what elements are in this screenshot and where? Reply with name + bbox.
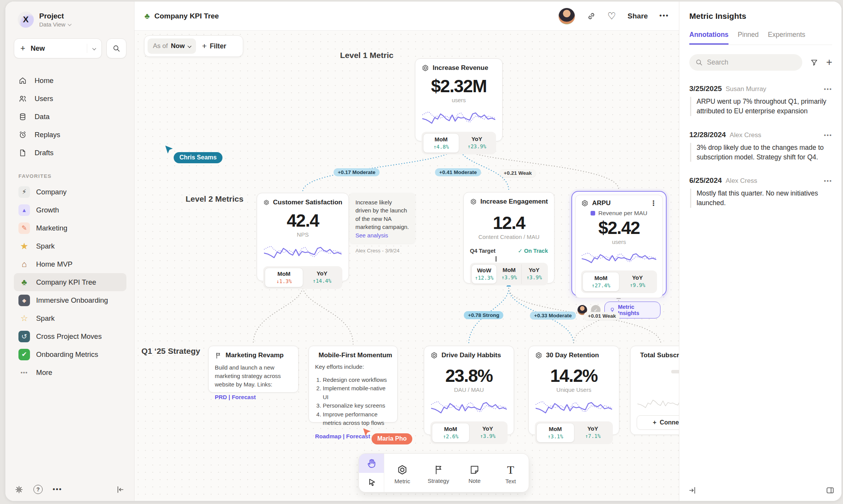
hand-tool-button[interactable] bbox=[359, 454, 384, 473]
annotation-more-icon[interactable]: ••• bbox=[824, 132, 832, 138]
metric-card-total-subscriptions[interactable]: Total Subscriptions + Connect bbox=[630, 346, 679, 435]
strategy-links[interactable]: PRD | Forecast bbox=[215, 394, 292, 400]
board-title: ♣ Company KPI Tree bbox=[144, 12, 219, 21]
annotations-search bbox=[689, 54, 802, 71]
see-analysis-link[interactable]: See analysis bbox=[355, 231, 409, 239]
house-icon: ⌂ bbox=[18, 259, 30, 270]
sidebar-item-drafts[interactable]: Drafts bbox=[14, 144, 126, 162]
metric-card-customer-satisfaction[interactable]: Customer Satisfaction 42.4 NPS MoM↓1.3% … bbox=[257, 193, 349, 281]
as-of-selector[interactable]: As of Now bbox=[148, 38, 196, 54]
copy-link-icon[interactable] bbox=[587, 12, 596, 21]
project-logo: X bbox=[18, 12, 34, 28]
note-tool-button[interactable]: Note bbox=[456, 454, 493, 492]
replay-clock-icon bbox=[18, 131, 27, 139]
plus-icon: + bbox=[20, 43, 25, 53]
check-box-icon: ✔ bbox=[18, 349, 30, 360]
tab-experiments[interactable]: Experiments bbox=[768, 31, 805, 45]
database-icon bbox=[18, 113, 27, 121]
top-bar: ♣ Company KPI Tree ♡ Share ••• bbox=[134, 2, 679, 31]
collapse-panel-icon[interactable] bbox=[688, 486, 697, 495]
help-icon[interactable]: ? bbox=[33, 485, 43, 494]
metric-card-increase-revenue[interactable]: Increase Revenue $2.32M users MoM↑4.8% Y… bbox=[415, 58, 503, 141]
new-button[interactable]: + New bbox=[14, 38, 102, 58]
metric-value: 23.8% bbox=[430, 365, 508, 386]
connect-data-button[interactable]: + Connect bbox=[637, 415, 679, 430]
kpi-canvas[interactable]: As of Now + Filter Level 1 Metric Level … bbox=[134, 31, 679, 501]
correlation-badge: +0.17 Moderate bbox=[334, 168, 380, 176]
sidebar-item-replays[interactable]: Replays bbox=[14, 126, 126, 144]
correlation-badge: +0.21 Weak bbox=[499, 169, 536, 177]
filter-funnel-icon[interactable] bbox=[810, 58, 818, 67]
strategy-card-mobile-first[interactable]: Mobile-First Momentum Key efforts includ… bbox=[309, 346, 398, 423]
sidebar-item-data[interactable]: Data bbox=[14, 108, 126, 126]
sparkline-chart bbox=[422, 107, 495, 128]
stat-footer: MoM↑3.1% YoY↑7.1% bbox=[535, 421, 613, 444]
strategy-flag-icon bbox=[215, 352, 222, 359]
sidebar-item-users[interactable]: Users bbox=[14, 90, 126, 108]
app-window: X Project Data View + New Home bbox=[5, 2, 841, 501]
metric-hexagon-icon bbox=[470, 198, 477, 206]
sidebar-item-more[interactable]: ••• More bbox=[14, 363, 126, 381]
sidebar-item-immersive-onboarding[interactable]: ◆ Immersive Onboarding bbox=[14, 291, 126, 309]
annotation-item[interactable]: 12/28/2024 Alex Cress ••• 3% drop likely… bbox=[689, 131, 832, 162]
metric-card-drive-daily-habbits[interactable]: Drive Daily Habbits 23.8% DAU / MAU MoM↑… bbox=[424, 346, 514, 435]
text-tool-button[interactable]: T Text bbox=[493, 454, 529, 492]
select-cursor-tool-button[interactable] bbox=[359, 473, 384, 492]
filter-button[interactable]: + Filter bbox=[197, 41, 231, 51]
skeleton-placeholder bbox=[637, 370, 679, 373]
strategy-card-marketing-revamp[interactable]: Marketing Revamp Build and launch a new … bbox=[208, 346, 299, 393]
home-icon bbox=[18, 76, 27, 85]
tab-pinned[interactable]: Pinned bbox=[738, 31, 759, 45]
sidebar-item-cross-project-moves[interactable]: ↺ Cross Project Moves bbox=[14, 327, 126, 345]
favorite-heart-icon[interactable]: ♡ bbox=[607, 10, 616, 22]
note-card[interactable]: Increase likely driven by the launch of … bbox=[350, 193, 415, 243]
on-track-status: ✓ On Track bbox=[518, 248, 548, 254]
metric-unit: Content Creation / MAU bbox=[470, 234, 548, 240]
metric-hexagon-icon bbox=[422, 64, 429, 72]
metric-tool-button[interactable]: Metric bbox=[384, 454, 420, 492]
sidebar-item-company[interactable]: ⚡ Company bbox=[14, 183, 126, 201]
strategy-tool-button[interactable]: Strategy bbox=[420, 454, 456, 492]
metric-unit: users bbox=[422, 97, 496, 103]
project-view-selector[interactable]: Data View bbox=[39, 21, 71, 28]
sidebar-item-spark[interactable]: ★ Spark bbox=[14, 237, 126, 255]
metric-unit: NPS bbox=[263, 231, 342, 238]
annotation-item[interactable]: 3/25/2025 Susan Murray ••• ARPU went up … bbox=[689, 85, 832, 116]
metric-card-increase-engagement[interactable]: Increase Engagement 12.4 Content Creatio… bbox=[463, 192, 554, 284]
project-switcher[interactable]: X Project Data View bbox=[18, 12, 126, 28]
annotation-more-icon[interactable]: ••• bbox=[824, 86, 832, 92]
sparkline-chart bbox=[536, 397, 612, 418]
metric-card-arpu[interactable]: ARPU ⋮ Revenue per MAU $2.42 users MoM↑2… bbox=[571, 191, 667, 296]
metric-value: $2.32M bbox=[422, 76, 496, 96]
sidebar-item-marketing[interactable]: ✎ Marketing bbox=[14, 219, 126, 237]
annotation-item[interactable]: 6/25/2024 Alex Cress ••• Mostly flat thi… bbox=[689, 176, 832, 208]
sidebar-item-home-mvp[interactable]: ⌂ Home MVP bbox=[14, 255, 126, 273]
metric-card-30-day-retention[interactable]: 30 Day Retention 14.2% Unique Users MoM↑… bbox=[528, 346, 619, 435]
metric-unit: DAU / MAU bbox=[430, 386, 508, 393]
sidebar-item-company-kpi-tree[interactable]: ♣ Company KPI Tree bbox=[14, 273, 126, 291]
search-input[interactable] bbox=[689, 54, 802, 71]
sidebar-item-growth[interactable]: ▲ Growth bbox=[14, 201, 126, 219]
sidebar-item-spark-2[interactable]: ☆ Spark bbox=[14, 309, 126, 327]
tab-annotations[interactable]: Annotations bbox=[689, 31, 728, 45]
user-avatar[interactable] bbox=[558, 8, 575, 25]
star-icon: ★ bbox=[18, 240, 30, 252]
target-label: Q4 Target bbox=[470, 248, 496, 254]
kebab-menu-icon[interactable]: ⋮ bbox=[650, 199, 657, 207]
annotation-list: 3/25/2025 Susan Murray ••• ARPU went up … bbox=[689, 85, 832, 208]
share-button[interactable]: Share bbox=[627, 12, 648, 20]
sidebar-item-home[interactable]: Home bbox=[14, 71, 126, 90]
add-annotation-icon[interactable]: + bbox=[826, 57, 832, 68]
legend-swatch bbox=[591, 211, 595, 216]
collapse-sidebar-icon[interactable] bbox=[116, 485, 125, 494]
canvas-toolbar: As of Now + Filter bbox=[144, 35, 243, 57]
sidebar-item-onboarding-metrics[interactable]: ✔ Onboarding Metrics bbox=[14, 345, 126, 363]
settings-gear-icon[interactable] bbox=[15, 485, 23, 494]
board-more-icon[interactable]: ••• bbox=[659, 12, 669, 20]
metric-hexagon-icon bbox=[430, 351, 438, 359]
annotation-more-icon[interactable]: ••• bbox=[824, 177, 832, 184]
more-options-icon[interactable]: ••• bbox=[53, 486, 62, 494]
layout-panel-icon[interactable] bbox=[826, 486, 835, 495]
new-dropdown[interactable] bbox=[87, 44, 95, 53]
sidebar-search-button[interactable] bbox=[106, 38, 126, 58]
